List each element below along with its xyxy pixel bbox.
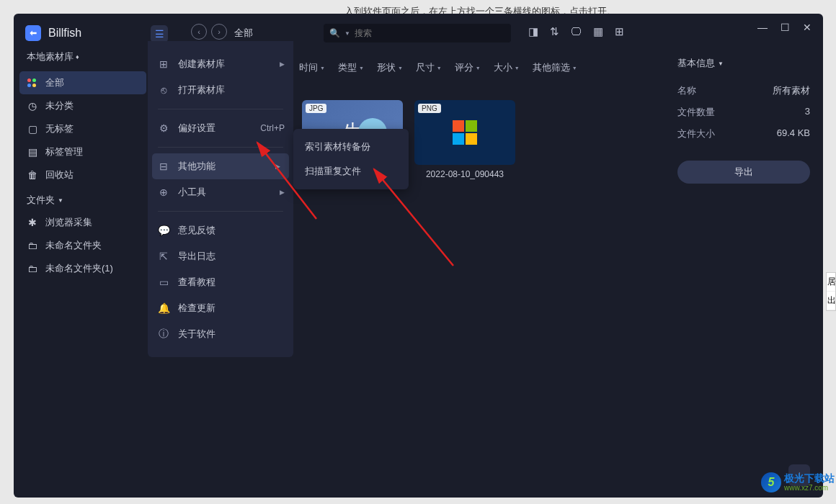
main-menu-dropdown: ⊞ 创建素材库 ▶ ⎋ 打开素材库 ⚙ 偏好设置 Ctrl+P ⊟ 其他功能 ▶… <box>148 41 293 357</box>
sidebar-folder-browser[interactable]: ✱ 浏览器采集 <box>19 211 146 234</box>
book-icon: ▭ <box>158 276 169 288</box>
grid-view-icon[interactable]: ▦ <box>593 25 603 38</box>
filter-size[interactable]: 尺寸▼ <box>416 61 442 74</box>
menu-separator <box>158 147 283 148</box>
watermark-title: 极光下载站 <box>784 473 835 484</box>
sidebar-item-label: 无标签 <box>45 122 74 135</box>
menu-label: 创建素材库 <box>178 58 225 71</box>
thumbnail-card[interactable]: PNG 2022-08-10_090443 <box>414 100 515 179</box>
maximize-button[interactable]: ☐ <box>781 22 790 33</box>
display-icon[interactable]: 🖵 <box>571 25 582 38</box>
thumbnail-label: 2022-08-10_090443 <box>414 169 515 179</box>
filter-type[interactable]: 类型▼ <box>338 61 364 74</box>
info-key: 文件数量 <box>677 106 715 119</box>
nav-history: ‹ › <box>191 24 227 40</box>
breadcrumb: 全部 <box>234 27 253 40</box>
library-selector[interactable]: 本地素材库 ♦ <box>27 50 79 63</box>
menu-check-update[interactable]: 🔔 检查更新 <box>148 295 293 321</box>
export-button[interactable]: 导出 <box>677 161 810 184</box>
info-value: 69.4 KB <box>777 127 810 140</box>
menu-open-library[interactable]: ⎋ 打开素材库 <box>148 77 293 103</box>
folder-icon: 🗀 <box>27 240 38 251</box>
nav-forward-button[interactable]: › <box>211 24 227 40</box>
sidebar-item-all[interactable]: 全部 <box>19 71 146 94</box>
bell-icon: 🔔 <box>158 302 169 314</box>
menu-other-features[interactable]: ⊟ 其他功能 ▶ <box>152 153 289 179</box>
trash-icon: 🗑 <box>27 169 38 181</box>
folder-section-label: 文件夹 <box>27 194 55 207</box>
sidebar: 全部 ◷ 未分类 ▢ 无标签 ▤ 标签管理 🗑 回收站 文件夹 ▼ <box>19 71 146 280</box>
chevron-right-icon: ▶ <box>280 189 285 196</box>
edge-text: 居 <box>827 273 835 292</box>
info-row-count: 文件数量 3 <box>677 102 810 123</box>
sort-icon[interactable]: ⇅ <box>550 25 559 38</box>
plus-box-icon: ⊞ <box>158 58 169 70</box>
panel-toggle-icon[interactable]: ◨ <box>528 25 538 38</box>
sidebar-item-trash[interactable]: 🗑 回收站 <box>19 163 146 186</box>
submenu-scan-duplicates[interactable]: 扫描重复文件 <box>293 159 409 184</box>
search-box[interactable]: 🔍 ▼ <box>324 24 511 42</box>
folder-icon: 🗀 <box>27 263 38 274</box>
chevron-down-icon: ▼ <box>58 197 63 204</box>
filter-label: 评分 <box>455 61 473 74</box>
info-header[interactable]: 基本信息 ▼ <box>677 57 810 70</box>
folder-section-header[interactable]: 文件夹 ▼ <box>19 186 146 211</box>
menu-label: 检查更新 <box>178 302 215 315</box>
menu-about[interactable]: ⓘ 关于软件 <box>148 321 293 347</box>
minimize-button[interactable]: — <box>757 22 768 33</box>
menu-separator <box>158 211 283 212</box>
filter-time[interactable]: 时间▼ <box>299 61 325 74</box>
info-row-name: 名称 所有素材 <box>677 80 810 102</box>
sidebar-item-label: 浏览器采集 <box>45 216 92 229</box>
filter-other[interactable]: 其他筛选▼ <box>533 61 577 74</box>
edge-text: 出 <box>827 292 835 310</box>
sidebar-item-label: 回收站 <box>45 168 74 181</box>
app-window: — ☐ ✕ Billfish ☰ ‹ › 全部 🔍 ▼ ◨ ⇅ 🖵 ▦ ⊞ <box>14 14 823 498</box>
sidebar-item-untagged[interactable]: ▢ 无标签 <box>19 117 146 140</box>
gear-icon: ⚙ <box>158 122 169 134</box>
chevron-down-icon: ▼ <box>320 66 325 71</box>
hamburger-menu-button[interactable]: ☰ <box>151 25 168 42</box>
info-value: 3 <box>805 106 810 119</box>
other-features-submenu: 索引素材转备份 扫描重复文件 <box>293 129 409 189</box>
menu-tools[interactable]: ⊕ 小工具 ▶ <box>148 179 293 205</box>
menu-label: 查看教程 <box>178 276 215 289</box>
chevron-down-icon: ▼ <box>718 60 724 67</box>
menu-export-log[interactable]: ⇱ 导出日志 <box>148 243 293 269</box>
sidebar-item-label: 未命名文件夹 <box>45 239 102 252</box>
view-toolbar: ◨ ⇅ 🖵 ▦ ⊞ <box>528 25 624 38</box>
sidebar-item-label: 标签管理 <box>45 145 83 158</box>
chevron-down-icon: ▼ <box>515 66 520 71</box>
menu-create-library[interactable]: ⊞ 创建素材库 ▶ <box>148 51 293 77</box>
nav-back-button[interactable]: ‹ <box>191 24 207 40</box>
filter-label: 形状 <box>377 61 396 74</box>
sidebar-folder-unnamed[interactable]: 🗀 未命名文件夹 <box>19 234 146 257</box>
menu-label: 偏好设置 <box>178 122 215 135</box>
sidebar-item-tags[interactable]: ▤ 标签管理 <box>19 140 146 163</box>
info-row-size: 文件大小 69.4 KB <box>677 123 810 145</box>
sidebar-item-uncategorized[interactable]: ◷ 未分类 <box>19 94 146 117</box>
app-logo: Billfish <box>25 25 81 41</box>
menu-tutorial[interactable]: ▭ 查看教程 <box>148 269 293 295</box>
list-view-icon[interactable]: ⊞ <box>615 25 624 38</box>
sidebar-folder-unnamed-1[interactable]: 🗀 未命名文件夹(1) <box>19 257 146 280</box>
search-dropdown-icon[interactable]: ▼ <box>344 30 350 37</box>
tag-icon: ▤ <box>27 146 38 158</box>
clock-icon: ◷ <box>27 100 38 112</box>
window-controls: — ☐ ✕ <box>757 14 823 41</box>
filter-rating[interactable]: 评分▼ <box>455 61 481 74</box>
info-key: 名称 <box>677 84 696 97</box>
filter-label: 类型 <box>338 61 357 74</box>
filter-shape[interactable]: 形状▼ <box>377 61 403 74</box>
filter-label: 时间 <box>299 61 318 74</box>
menu-preferences[interactable]: ⚙ 偏好设置 Ctrl+P <box>148 115 293 141</box>
menu-label: 小工具 <box>178 186 206 199</box>
export-icon: ⇱ <box>158 251 169 262</box>
submenu-index-backup[interactable]: 索引素材转备份 <box>293 135 409 159</box>
menu-feedback[interactable]: 💬 意见反馈 <box>148 217 293 243</box>
menu-label: 打开素材库 <box>178 84 225 96</box>
filter-filesize[interactable]: 大小▼ <box>494 61 520 74</box>
sidebar-item-label: 未命名文件夹(1) <box>45 262 113 275</box>
close-button[interactable]: ✕ <box>803 22 811 33</box>
search-input[interactable] <box>355 28 505 38</box>
